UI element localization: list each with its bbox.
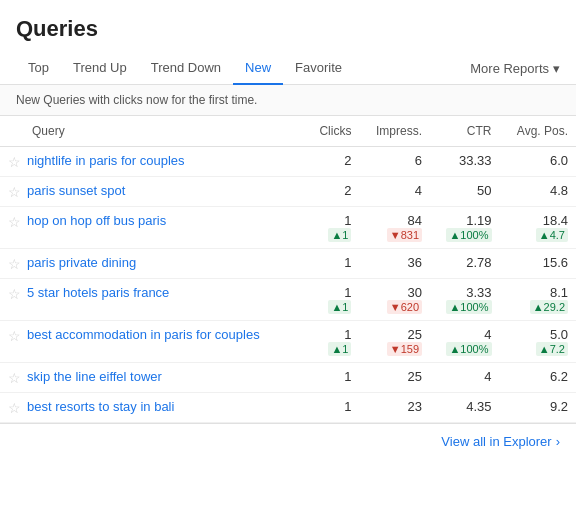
query-text[interactable]: best resorts to stay in bali — [27, 399, 174, 414]
cell-ctr: 4.35 — [430, 393, 499, 423]
avg-pos-delta: ▲4.7 — [536, 228, 568, 242]
tab-new[interactable]: New — [233, 52, 283, 85]
cell-impressions: 25 — [359, 363, 430, 393]
avg-pos-value: 4.8 — [550, 183, 568, 198]
cell-clicks: 1▲1 — [305, 207, 360, 249]
cell-avg-pos: 5.0▲7.2 — [500, 321, 576, 363]
query-text[interactable]: hop on hop off bus paris — [27, 213, 166, 228]
cell-clicks: 2 — [305, 177, 360, 207]
query-text[interactable]: nightlife in paris for couples — [27, 153, 185, 168]
ctr-value: 33.33 — [459, 153, 492, 168]
table-row: ☆ hop on hop off bus paris 1▲184▼8311.19… — [0, 207, 576, 249]
queries-table: Query Clicks Impress. CTR Avg. Pos. ☆ ni… — [0, 116, 576, 423]
table-row: ☆ best accommodation in paris for couple… — [0, 321, 576, 363]
table-row: ☆ paris sunset spot 24504.8 — [0, 177, 576, 207]
clicks-value: 2 — [344, 153, 351, 168]
table-header: Query Clicks Impress. CTR Avg. Pos. — [0, 116, 576, 147]
cell-avg-pos: 6.0 — [500, 147, 576, 177]
cell-clicks: 1 — [305, 249, 360, 279]
query-text[interactable]: paris sunset spot — [27, 183, 125, 198]
cell-query: ☆ 5 star hotels paris france — [0, 279, 305, 321]
avg-pos-value: 9.2 — [550, 399, 568, 414]
query-text[interactable]: 5 star hotels paris france — [27, 285, 169, 300]
cell-query: ☆ paris private dining — [0, 249, 305, 279]
tabs-left: Top Trend Up Trend Down New Favorite — [16, 52, 462, 84]
impressions-value: 36 — [408, 255, 422, 270]
cell-query: ☆ best accommodation in paris for couple… — [0, 321, 305, 363]
tab-trend-up[interactable]: Trend Up — [61, 52, 139, 85]
impressions-value: 23 — [408, 399, 422, 414]
cell-clicks: 1▲1 — [305, 321, 360, 363]
ctr-value: 4 — [484, 369, 491, 384]
tab-favorite[interactable]: Favorite — [283, 52, 354, 85]
star-icon[interactable]: ☆ — [8, 400, 21, 416]
table-row: ☆ best resorts to stay in bali 1234.359.… — [0, 393, 576, 423]
avg-pos-delta: ▲7.2 — [536, 342, 568, 356]
tabs-bar: Top Trend Up Trend Down New Favorite Mor… — [0, 52, 576, 85]
cell-clicks: 1▲1 — [305, 279, 360, 321]
clicks-value: 1 — [344, 285, 351, 300]
star-icon[interactable]: ☆ — [8, 328, 21, 344]
view-all-label: View all in Explorer — [441, 434, 551, 449]
cell-ctr: 4▲100% — [430, 321, 499, 363]
impressions-delta: ▼831 — [387, 228, 422, 242]
cell-ctr: 1.19▲100% — [430, 207, 499, 249]
cell-avg-pos: 8.1▲29.2 — [500, 279, 576, 321]
cell-impressions: 6 — [359, 147, 430, 177]
page-title: Queries — [0, 0, 576, 52]
avg-pos-value: 15.6 — [543, 255, 568, 270]
cell-query: ☆ hop on hop off bus paris — [0, 207, 305, 249]
cell-impressions: 23 — [359, 393, 430, 423]
cell-impressions: 25▼159 — [359, 321, 430, 363]
star-icon[interactable]: ☆ — [8, 214, 21, 230]
col-header-query: Query — [0, 116, 305, 147]
clicks-value: 1 — [344, 213, 351, 228]
star-icon[interactable]: ☆ — [8, 286, 21, 302]
more-reports-button[interactable]: More Reports ▾ — [462, 53, 560, 84]
query-text[interactable]: skip the line eiffel tower — [27, 369, 162, 384]
cell-impressions: 4 — [359, 177, 430, 207]
ctr-value: 2.78 — [466, 255, 491, 270]
ctr-delta: ▲100% — [446, 228, 491, 242]
avg-pos-value: 18.4 — [543, 213, 568, 228]
table-row: ☆ nightlife in paris for couples 2633.33… — [0, 147, 576, 177]
avg-pos-value: 5.0 — [550, 327, 568, 342]
view-all-link[interactable]: View all in Explorer › — [441, 434, 560, 449]
cell-ctr: 50 — [430, 177, 499, 207]
query-text[interactable]: best accommodation in paris for couples — [27, 327, 260, 342]
cell-query: ☆ nightlife in paris for couples — [0, 147, 305, 177]
col-header-avg-pos: Avg. Pos. — [500, 116, 576, 147]
subtitle-text: New Queries with clicks now for the firs… — [16, 93, 257, 107]
more-reports-label: More Reports — [470, 61, 549, 76]
impressions-value: 4 — [415, 183, 422, 198]
footer-link-container: View all in Explorer › — [0, 423, 576, 459]
ctr-delta: ▲100% — [446, 342, 491, 356]
clicks-delta: ▲1 — [328, 300, 351, 314]
col-header-ctr: CTR — [430, 116, 499, 147]
star-icon[interactable]: ☆ — [8, 184, 21, 200]
ctr-value: 1.19 — [466, 213, 491, 228]
cell-clicks: 2 — [305, 147, 360, 177]
star-icon[interactable]: ☆ — [8, 256, 21, 272]
impressions-value: 84 — [408, 213, 422, 228]
cell-query: ☆ paris sunset spot — [0, 177, 305, 207]
avg-pos-value: 8.1 — [550, 285, 568, 300]
cell-query: ☆ best resorts to stay in bali — [0, 393, 305, 423]
ctr-value: 3.33 — [466, 285, 491, 300]
cell-avg-pos: 18.4▲4.7 — [500, 207, 576, 249]
cell-ctr: 2.78 — [430, 249, 499, 279]
tab-top[interactable]: Top — [16, 52, 61, 85]
table-container[interactable]: Query Clicks Impress. CTR Avg. Pos. ☆ ni… — [0, 116, 576, 423]
star-icon[interactable]: ☆ — [8, 154, 21, 170]
star-icon[interactable]: ☆ — [8, 370, 21, 386]
tab-trend-down[interactable]: Trend Down — [139, 52, 233, 85]
avg-pos-value: 6.0 — [550, 153, 568, 168]
col-header-clicks: Clicks — [305, 116, 360, 147]
ctr-value: 50 — [477, 183, 491, 198]
col-header-impressions: Impress. — [359, 116, 430, 147]
table-row: ☆ skip the line eiffel tower 12546.2 — [0, 363, 576, 393]
query-text[interactable]: paris private dining — [27, 255, 136, 270]
cell-clicks: 1 — [305, 393, 360, 423]
cell-ctr: 4 — [430, 363, 499, 393]
table-row: ☆ paris private dining 1362.7815.6 — [0, 249, 576, 279]
